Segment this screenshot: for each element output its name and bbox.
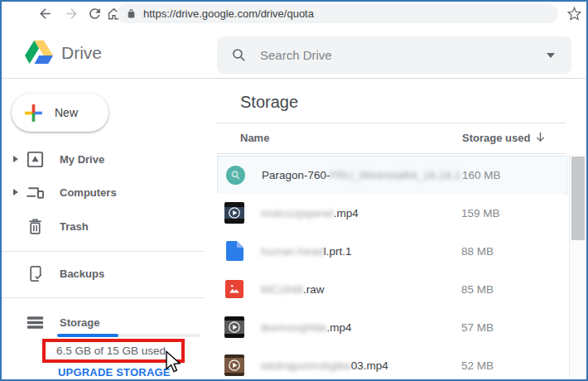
file-name: tkwmsnqhfde.mp4 [261,321,352,334]
file-size: 88 MB [461,245,494,258]
file-name: Paragon-760-FRU_Wininstal64_16.18.1 [262,169,460,181]
app-file-icon [225,165,245,186]
bookmark-star-button[interactable] [566,6,582,22]
browser-toolbar: https://drive.google.com/drive/quota [0,0,588,28]
new-button-label: New [55,106,78,119]
video-thumbnail-icon [224,354,244,376]
search-input[interactable]: Search Drive [260,36,332,74]
scrollbar-track[interactable] [569,154,586,379]
sidebar-item-label: Storage [60,316,99,329]
computers-icon [26,183,45,202]
search-options-caret-icon[interactable] [547,53,555,58]
sidebar-item-my-drive[interactable]: My Drive [0,142,204,176]
plus-icon [23,103,44,123]
upgrade-storage-link[interactable]: UPGRADE STORAGE [58,366,171,379]
address-bar[interactable]: https://drive.google.com/drive/quota [117,4,558,23]
redacted-text: MC1648 [261,283,303,296]
document-file-icon [224,240,244,262]
file-size: 159 MB [461,207,500,219]
sidebar-item-label: Computers [60,186,117,199]
file-size: 52 MB [461,359,494,372]
drive-logo-icon[interactable] [25,40,53,65]
redacted-text: FRU_Wininstal64_16.18.1 [330,169,461,181]
scrollbar-thumb[interactable] [571,157,585,240]
mouse-cursor [165,350,185,377]
video-thumbnail-icon [224,316,244,338]
redacted-text: human-head [261,245,324,258]
search-icon [231,47,247,63]
lock-icon [126,8,137,19]
trash-icon [26,217,45,236]
sidebar-item-label: My Drive [60,153,104,166]
my-drive-icon [26,150,45,169]
column-header-name[interactable]: Name [240,132,269,144]
redacted-text: mvkcxzpqwnel [261,207,334,219]
refresh-button[interactable] [87,6,103,22]
column-header-storage-used[interactable]: Storage used [462,132,530,144]
redacted-text: tkwmsnqhfde [261,321,327,334]
storage-icon [26,313,45,332]
page-title: Storage [240,93,298,112]
forward-button[interactable] [64,6,80,22]
file-name: mvkcxzpqwnel.mp4 [261,207,359,219]
storage-progress-fill [57,334,118,337]
divider [217,153,566,154]
file-name: wkdnqpsmrvbgtke03.mp4 [261,359,388,372]
sidebar-item-label: Trash [60,220,89,233]
file-name: MC1648.raw [261,283,325,296]
sort-descending-icon[interactable] [533,130,547,144]
sidebar-divider [0,251,204,252]
file-row[interactable]: Paragon-760-FRU_Wininstal64_16.18.1 160 … [217,156,567,195]
sidebar-item-label: Backups [60,268,104,280]
video-thumbnail-icon [224,202,244,224]
annotation-red-box: 6.5 GB of 15 GB used [42,339,185,363]
image-file-icon [224,278,244,300]
file-size: 160 MB [462,169,501,181]
expand-arrow-icon[interactable] [13,189,18,195]
file-row[interactable]: mvkcxzpqwnel.mp4 159 MB [217,194,566,233]
search-bar[interactable]: Search Drive [217,36,571,74]
sidebar-divider [0,297,204,298]
file-row[interactable]: tkwmsnqhfde.mp4 57 MB [217,308,566,347]
drive-header: Drive Search Drive [0,27,588,79]
sidebar-item-computers[interactable]: Computers [0,176,204,209]
screenshot: https://drive.google.com/drive/quota Dri… [0,0,588,381]
file-row[interactable]: human-headl.prt.1 88 MB [217,232,566,271]
storage-progressbar [57,334,200,337]
new-button[interactable]: New [12,94,108,132]
file-size: 57 MB [461,321,494,334]
sidebar-item-backups[interactable]: Backups [0,257,204,290]
url-text: https://drive.google.com/drive/quota [143,7,314,20]
redacted-text: wkdnqpsmrvbgtke [261,359,351,372]
app-name: Drive [61,27,102,78]
backups-icon [26,264,45,283]
expand-arrow-icon[interactable] [13,156,18,162]
file-name: human-headl.prt.1 [261,245,352,258]
divider [217,123,566,123]
file-size: 85 MB [461,283,494,296]
file-row[interactable]: wkdnqpsmrvbgtke03.mp4 52 MB [217,346,566,381]
storage-usage-text: 6.5 GB of 15 GB used [56,345,166,357]
back-button[interactable] [37,6,53,22]
sidebar-item-trash[interactable]: Trash [0,210,204,243]
file-row[interactable]: MC1648.raw 85 MB [217,270,566,309]
